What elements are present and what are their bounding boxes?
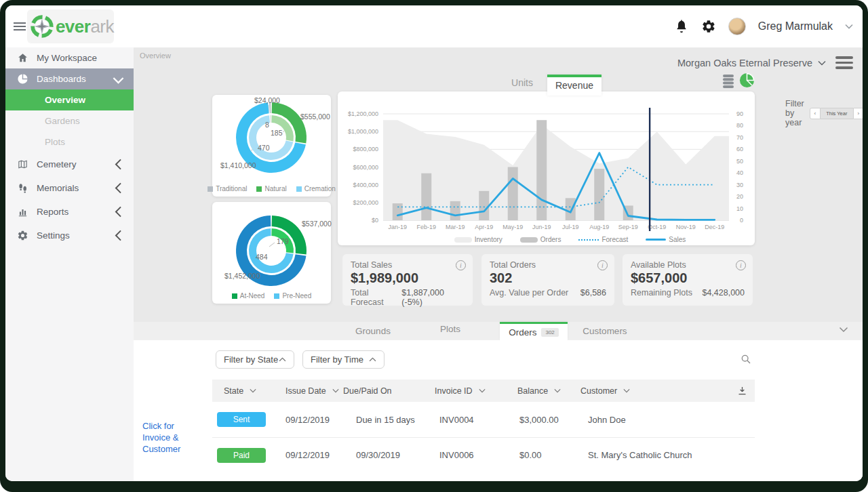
breadcrumb: Overview bbox=[140, 52, 171, 60]
cell-balance: $0.00 bbox=[517, 450, 580, 460]
column-header-due-paid-on[interactable]: Due/Paid On bbox=[343, 386, 435, 396]
section-tabs: Grounds Plots Orders 302 Customers bbox=[134, 322, 863, 340]
orders-count-badge: 302 bbox=[541, 328, 558, 337]
cell-due-paid-on: Due in 15 days bbox=[343, 415, 435, 425]
x-axis-tick: Aug-19 bbox=[589, 224, 609, 230]
sort-chevron-icon bbox=[332, 388, 339, 393]
year-prev-button[interactable]: ‹ bbox=[810, 108, 821, 119]
legend-item: Orders bbox=[520, 236, 561, 243]
collapse-section-chevron-icon[interactable] bbox=[839, 327, 848, 333]
cell-invoice-id: INV0006 bbox=[435, 450, 517, 460]
total-orders-card: Total Orders 302 Avg. Value per Order$6,… bbox=[481, 254, 614, 306]
x-axis-tick: Nov-19 bbox=[676, 224, 696, 230]
user-name[interactable]: Greg Marmulak bbox=[758, 20, 833, 33]
chevron-down-icon[interactable] bbox=[845, 24, 853, 29]
sidebar-item-plots[interactable]: Plots bbox=[5, 131, 134, 152]
topbar-actions: Greg Marmulak bbox=[674, 5, 853, 47]
search-icon[interactable] bbox=[741, 354, 751, 365]
x-axis-tick: May-19 bbox=[502, 224, 523, 230]
legend-item: At-Need bbox=[232, 292, 265, 300]
info-icon[interactable]: i bbox=[456, 260, 466, 270]
stat-value: 302 bbox=[490, 270, 606, 286]
menu-hamburger-icon[interactable] bbox=[14, 20, 26, 31]
sidebar-item-memorials[interactable]: Memorials bbox=[5, 176, 134, 200]
download-icon[interactable] bbox=[737, 386, 747, 396]
right-axis-tick: 30 bbox=[736, 182, 743, 188]
tab-orders[interactable]: Orders 302 bbox=[500, 322, 568, 340]
sidebar-item-reports[interactable]: Reports bbox=[5, 200, 134, 224]
sidebar-item-overview[interactable]: Overview bbox=[5, 89, 134, 110]
stat-sub-label: Remaining Plots bbox=[631, 288, 692, 298]
info-icon[interactable]: i bbox=[597, 260, 608, 270]
chevron-left-icon bbox=[113, 230, 124, 241]
total-sales-card: Total Sales $1,989,000 Total Forecast$1,… bbox=[342, 254, 473, 306]
year-next-button[interactable]: › bbox=[853, 108, 863, 119]
avatar[interactable] bbox=[728, 18, 746, 35]
cell-invoice-id: INV0004 bbox=[435, 415, 517, 425]
sidebar-item-gardens[interactable]: Gardens bbox=[5, 110, 134, 131]
donut-inner-segment-traditional bbox=[270, 115, 271, 123]
column-header-customer[interactable]: Customer bbox=[580, 386, 737, 396]
dashboard-menu-icon[interactable] bbox=[835, 56, 853, 69]
logo-wordmark: everark bbox=[56, 16, 114, 37]
logo: everark bbox=[27, 9, 114, 43]
tab-units[interactable]: Units bbox=[500, 77, 545, 88]
tab-plots[interactable]: Plots bbox=[430, 324, 471, 334]
legend-item: Cremation bbox=[296, 185, 336, 192]
filter-by-year-label: Filter by year bbox=[785, 99, 804, 127]
filter-by-time-dropdown[interactable]: Filter by Time bbox=[302, 350, 384, 369]
column-header-issue-date[interactable]: Issue Date bbox=[285, 386, 343, 396]
gear-icon[interactable] bbox=[701, 19, 716, 34]
filter-by-state-dropdown[interactable]: Filter by State bbox=[216, 350, 294, 369]
chart-legend: At-NeedPre-Need bbox=[212, 292, 331, 300]
left-axis-tick: $200,000 bbox=[353, 199, 378, 206]
chart-legend: TraditionalNaturalCremation bbox=[212, 185, 331, 192]
location-selector[interactable]: Morgan Oaks Eternal Preserve bbox=[677, 58, 826, 68]
home-icon bbox=[17, 52, 28, 64]
info-icon[interactable]: i bbox=[736, 260, 746, 270]
x-axis-tick: Jan-19 bbox=[388, 224, 407, 230]
column-header-balance[interactable]: Balance bbox=[517, 386, 580, 396]
table-row[interactable]: Sent 09/12/2019 Due in 15 days INV0004 $… bbox=[212, 402, 755, 437]
tab-revenue[interactable]: Revenue bbox=[547, 75, 601, 96]
revenue-timeline-chart: $0$200,000$400,000$600,000$800,000$1,000… bbox=[338, 91, 755, 245]
tab-grounds[interactable]: Grounds bbox=[349, 326, 397, 336]
orders-bar bbox=[421, 173, 431, 220]
legend-item: Traditional bbox=[208, 185, 247, 192]
sort-chevron-icon bbox=[250, 388, 256, 393]
column-header-invoice-id[interactable]: Invoice ID bbox=[435, 386, 517, 396]
sort-chevron-icon bbox=[623, 388, 630, 393]
topbar: everark Greg Marmulak bbox=[5, 5, 863, 47]
right-axis-tick: 0 bbox=[740, 217, 743, 224]
right-axis-tick: 50 bbox=[736, 158, 743, 165]
donut-count-label: 484 bbox=[256, 253, 268, 261]
chart-legend: InventoryOrdersForecastSales bbox=[412, 236, 728, 243]
tab-customers[interactable]: Customers bbox=[578, 326, 632, 336]
right-axis-tick: 20 bbox=[736, 193, 743, 200]
left-axis-tick: $1,200,000 bbox=[348, 110, 378, 117]
stat-value: $657,000 bbox=[631, 270, 745, 286]
gear-icon bbox=[17, 230, 28, 241]
pie-chart-icon[interactable] bbox=[739, 73, 755, 88]
stat-sub-label: Total Forecast bbox=[351, 288, 401, 307]
sidebar-item-my-workspace[interactable]: My Workspace bbox=[5, 47, 134, 68]
left-axis-tick: $800,000 bbox=[353, 146, 378, 152]
sidebar-item-settings[interactable]: Settings bbox=[5, 224, 134, 247]
sidebar-item-cemetery[interactable]: Cemetery bbox=[5, 152, 134, 176]
stat-sub-value: $1,887,000 (-5%) bbox=[401, 288, 465, 307]
column-header-state[interactable]: State bbox=[224, 386, 285, 396]
table-header-row: State Issue Date Due/Paid On Invoice ID … bbox=[212, 380, 755, 402]
legend-item: Natural bbox=[256, 185, 286, 192]
sidebar-item-dashboards[interactable]: Dashboards bbox=[5, 68, 134, 89]
compass-leaf-logo-icon bbox=[30, 12, 54, 41]
orders-bar bbox=[566, 198, 576, 220]
units-by-type-chart-card: $24,000 $555,000 $1,410,000 8 185 470 Tr… bbox=[212, 95, 331, 197]
left-axis-tick: $1,000,000 bbox=[348, 128, 378, 135]
year-value-button[interactable]: This Year bbox=[821, 108, 853, 119]
table-row[interactable]: Paid 09/12/2019 09/30/2019 INV0006 $0.00… bbox=[212, 437, 755, 472]
right-axis-tick: 60 bbox=[736, 146, 743, 152]
coin-stack-icon[interactable] bbox=[721, 73, 736, 89]
legend-item: Inventory bbox=[454, 236, 502, 243]
bell-icon[interactable] bbox=[674, 19, 689, 34]
stat-title: Total Orders bbox=[490, 260, 606, 270]
